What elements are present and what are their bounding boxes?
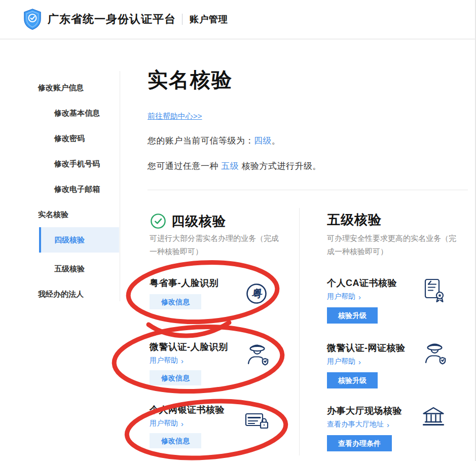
- sidebar-item-my-legal-persons[interactable]: 我经办的法人: [38, 290, 84, 299]
- chevron-right-icon: ›: [387, 421, 389, 429]
- card-service-hall-onsite: 办事大厅现场核验 查看办事大厅地址› 查看办理条件: [327, 405, 476, 451]
- brand-title[interactable]: 广东省统一身份认证平台: [48, 12, 176, 27]
- certificate-icon: [424, 278, 445, 304]
- check-circle-icon: [150, 213, 166, 229]
- police-badge-icon: [246, 342, 269, 368]
- chevron-right-icon: ›: [181, 357, 184, 365]
- modify-info-button[interactable]: 修改信息: [150, 433, 201, 448]
- sidebar-item-modify-account-info[interactable]: 修改账户信息: [38, 83, 84, 93]
- card-title: 微警认证-网证核验: [327, 342, 476, 354]
- card-title: 微警认证-人脸识别: [150, 341, 302, 353]
- page: 广东省统一身份认证平台 账户管理 修改账户信息 修改基本信息 修改密码 修改手机…: [0, 0, 476, 461]
- sidebar-item-realname-verification[interactable]: 实名核验: [38, 210, 68, 220]
- sidebar-item-level5-verification[interactable]: 五级核验: [54, 264, 85, 274]
- user-help-link[interactable]: 用户帮助›: [150, 419, 302, 428]
- card-title: 个人CA证书核验: [327, 277, 476, 289]
- sidebar-item-modify-basic-info[interactable]: 修改基本信息: [54, 109, 100, 118]
- card-weijing-face: 微警认证-人脸识别 用户帮助› 修改信息: [150, 341, 302, 385]
- level4-section-title: 四级核验: [171, 212, 226, 230]
- top-header: 广东省统一身份认证平台 账户管理: [0, 0, 476, 40]
- level4-section-desc: 可进行大部分需实名办理的业务（完成一种核验即可）: [150, 232, 284, 258]
- verify-upgrade-button[interactable]: 核验升级: [327, 372, 378, 388]
- bank-card-lock-icon: [245, 411, 270, 432]
- card-netbank-cert: 个人网银证书核验 用户帮助› 修改信息: [150, 404, 302, 448]
- trust-level-prefix: 您的账户当前可信等级为：: [148, 136, 254, 146]
- help-label: 用户帮助: [150, 356, 178, 365]
- sidebar-item-modify-email[interactable]: 修改电子邮箱: [54, 185, 100, 194]
- card-personal-ca-cert: 个人CA证书核验 用户帮助› 核验升级: [327, 277, 476, 324]
- card-yueshengshi-face: 粤省事-人脸识别 修改信息: [150, 277, 302, 309]
- svg-text:粤: 粤: [250, 287, 263, 300]
- modify-info-button[interactable]: 修改信息: [150, 294, 201, 309]
- user-help-link[interactable]: 用户帮助›: [327, 357, 476, 366]
- shield-logo-icon: [23, 9, 42, 30]
- upgrade-suffix: 核验方式进行升级。: [239, 161, 321, 171]
- help-label: 用户帮助: [150, 419, 178, 428]
- header-section-label[interactable]: 账户管理: [190, 13, 228, 25]
- header-separator: [182, 14, 182, 25]
- upgrade-prefix: 您可通过任意一种: [148, 161, 221, 171]
- chevron-right-icon: ›: [358, 358, 361, 366]
- sidebar-item-modify-phone[interactable]: 修改手机号码: [54, 159, 100, 169]
- trust-level-line: 您的账户当前可信等级为：四级。: [148, 135, 281, 147]
- user-help-link[interactable]: 用户帮助›: [327, 292, 476, 301]
- sidebar-item-modify-password[interactable]: 修改密码: [54, 134, 85, 144]
- level5-section-title: 五级核验: [327, 211, 382, 229]
- hall-address-link[interactable]: 查看办事大厅地址›: [327, 420, 476, 429]
- trust-level-value: 四级: [254, 136, 272, 146]
- help-label: 用户帮助: [327, 292, 355, 301]
- trust-level-suffix: 。: [272, 136, 281, 146]
- user-help-link[interactable]: 用户帮助›: [150, 356, 302, 365]
- sidebar-active-label: 四级核验: [54, 235, 85, 245]
- section-divider: [148, 190, 468, 190]
- upgrade-hint-line: 您可通过任意一种 五级 核验方式进行升级。: [148, 160, 321, 172]
- card-title: 办事大厅现场核验: [327, 405, 476, 417]
- card-title: 个人网银证书核验: [150, 404, 302, 416]
- police-badge-icon: [423, 341, 447, 367]
- help-center-link[interactable]: 前往帮助中心>>: [148, 112, 202, 121]
- sidebar-item-level4-verification[interactable]: 四级核验: [39, 227, 119, 253]
- chevron-right-icon: ›: [181, 420, 184, 428]
- level5-section-desc: 可办理安全性要求更高的实名业务（完成一种核验即可）: [327, 232, 462, 258]
- help-label: 查看办事大厅地址: [327, 420, 384, 429]
- card-title: 粤省事-人脸识别: [150, 277, 302, 289]
- card-weijing-netcert: 微警认证-网证核验 用户帮助› 核验升级: [327, 342, 476, 388]
- view-conditions-button[interactable]: 查看办理条件: [327, 435, 392, 451]
- yue-circle-icon: 粤: [245, 282, 268, 305]
- help-label: 用户帮助: [327, 357, 355, 366]
- sidebar-divider: [120, 71, 120, 301]
- annotation-ellipse-1-tail: [149, 323, 229, 336]
- chevron-right-icon: ›: [358, 293, 361, 301]
- page-title: 实名核验: [148, 66, 233, 94]
- government-building-icon: [421, 406, 446, 429]
- verify-upgrade-button[interactable]: 核验升级: [327, 307, 378, 324]
- modify-info-button[interactable]: 修改信息: [150, 370, 201, 385]
- upgrade-level-value: 五级: [221, 161, 239, 171]
